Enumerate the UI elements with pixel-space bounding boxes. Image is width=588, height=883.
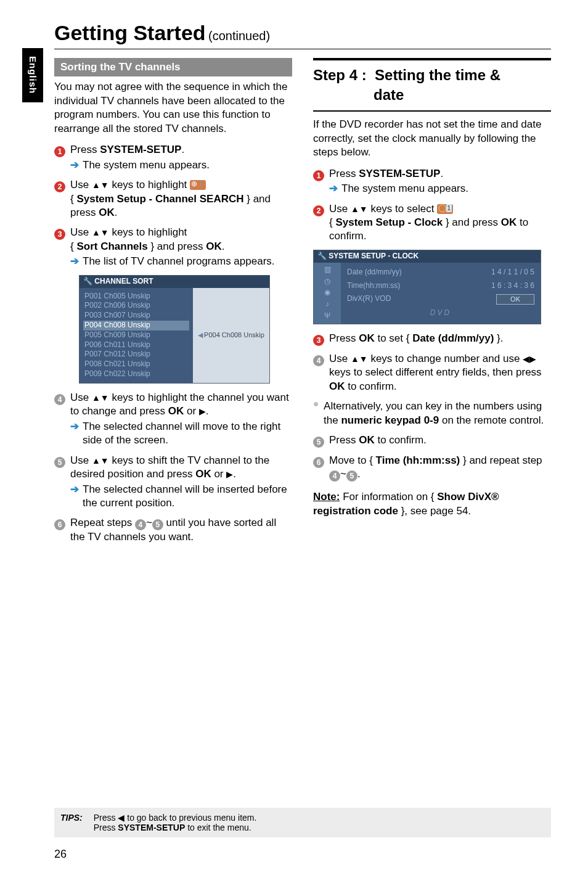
text: Use [70, 454, 92, 466]
text: to confirm. [375, 434, 427, 446]
text: } and repeat step [460, 454, 542, 466]
text: Press [329, 434, 359, 446]
osd-row: P002 Ch006 Unskip [83, 301, 189, 311]
ref-step-4-icon: 4 [329, 470, 340, 482]
text: Use [70, 226, 92, 238]
osd-tab-audio-icon: ♪ [325, 300, 329, 310]
result-text: The selected channel will be inserted be… [83, 483, 292, 511]
left-column: Sorting the TV channels You may not agre… [54, 58, 292, 551]
step-number-3-icon: 3 [313, 335, 324, 346]
osd-ok-button: OK [496, 294, 534, 305]
result-arrow-icon: ➔ [70, 420, 79, 448]
field-label: Date (dd/mm/yy) [347, 268, 402, 277]
r-step-1: 1 Press SYSTEM-SETUP. ➔The system menu a… [313, 167, 551, 196]
osd-row-selected: P004 Ch008 Unskip [83, 321, 189, 331]
result-arrow-icon: ➔ [70, 255, 79, 268]
step-number-6-icon: 6 [313, 457, 324, 468]
step-3: 3 Use ▲▼ keys to highlight { Sort Channe… [54, 226, 292, 268]
step-number-3-icon: 3 [54, 229, 65, 240]
ok-label: OK [359, 332, 375, 344]
field-value: 1 6 : 3 4 : 3 6 [491, 281, 534, 291]
result-arrow-icon: ➔ [70, 483, 79, 511]
step-number-5-icon: 5 [313, 437, 324, 448]
r-step-4: 4 Use ▲▼ keys to change number and use ◀… [313, 352, 551, 393]
text: on the remote control. [439, 414, 544, 426]
text: keys to select [368, 203, 437, 215]
result-text: The list of TV channel programs appears. [83, 255, 275, 268]
step-number-2-icon: 2 [313, 205, 324, 216]
step-number-1-icon: 1 [313, 170, 324, 181]
text: ~ [146, 517, 152, 528]
r-step-5: 5 Press OK to confirm. [313, 433, 551, 448]
right-column: Step 4 : Setting the time & date If the … [313, 58, 551, 551]
note-label: Note: [313, 491, 340, 503]
text: For information on { [340, 491, 437, 503]
ref-step-5-icon: 5 [152, 519, 163, 530]
text: Press [94, 823, 118, 832]
alternative-note: • Alternatively, you can key in the numb… [313, 400, 551, 427]
field-name: Date (dd/mm/yy) [412, 332, 494, 344]
osd-row: P001 Ch005 Unskip [83, 292, 189, 302]
osd-tab-clock-icon: ◷ [324, 277, 330, 287]
result-arrow-icon: ➔ [70, 158, 79, 172]
right-key-icon: ▶ [199, 407, 206, 416]
text: keys to highlight [109, 179, 190, 191]
step-4: 4 Use ▲▼ keys to highlight the channel y… [54, 391, 292, 448]
step4-heading: Step 4 : Setting the time & date [313, 58, 551, 112]
text: Press [329, 332, 359, 344]
bullet-icon: • [313, 400, 319, 427]
text: }. [494, 332, 503, 344]
osd-row: P003 Ch007 Unskip [83, 311, 189, 321]
up-down-keys-icon: ▲▼ [351, 205, 368, 213]
up-down-keys-icon: ▲▼ [351, 355, 368, 363]
text: to go back to previous menu item. [125, 813, 256, 823]
result-text: The system menu appears. [83, 158, 210, 172]
step4-title-line2: date [374, 85, 551, 105]
osd-channel-sort: 🔧 CHANNEL SORT P001 Ch005 Unskip P002 Ch… [79, 275, 270, 384]
text: }, see page 54. [398, 505, 471, 517]
text: keys to highlight [109, 226, 187, 238]
tips-box: TIPS: Press ◀ to go back to previous men… [54, 808, 551, 837]
menu-path: System Setup - Channel SEARCH [76, 193, 243, 205]
osd-tab-tuner-icon: ▥ [324, 265, 331, 275]
text: { [70, 193, 76, 205]
osd-row: P007 Ch012 Unskip [83, 350, 189, 359]
up-down-keys-icon: ▲▼ [92, 456, 109, 465]
intro-text: You may not agree with the sequence in w… [54, 80, 292, 136]
menu-item: Sort Channels [76, 240, 147, 252]
tips-label: TIPS: [60, 813, 83, 823]
osd-fields: Date (dd/mm/yy)1 4 / 1 1 / 0 5 Time(hh:m… [341, 263, 541, 324]
left-key-icon: ◀ [118, 813, 125, 822]
ref-step-4-icon: 4 [135, 519, 146, 530]
field-label: Time(hh:mm:ss) [347, 281, 400, 291]
intro-text: If the DVD recorder has not set the time… [313, 118, 551, 159]
system-setup-label: SYSTEM-SETUP [100, 144, 181, 155]
text: ~ [340, 468, 346, 480]
text: or [211, 468, 227, 480]
text: . [115, 207, 118, 218]
page-title-row: Getting Started (continued) [54, 21, 551, 49]
text: } and press [443, 216, 501, 228]
text: { [70, 240, 76, 252]
text: Move to { [329, 454, 376, 466]
osd-icon-bar: ▥ ◷ ◉ ♪ Ψ [314, 263, 341, 324]
osd-title-text: CHANNEL SORT [94, 277, 153, 285]
text: Use [329, 353, 351, 364]
osd-channel-list: P001 Ch005 Unskip P002 Ch006 Unskip P003… [80, 288, 193, 383]
text: to confirm. [345, 380, 397, 392]
step-number-1-icon: 1 [54, 146, 65, 157]
left-right-keys-icon: ◀▶ [523, 355, 536, 363]
field-name: Time (hh:mm:ss) [376, 454, 460, 466]
text: . [440, 168, 443, 179]
osd-row: P005 Ch009 Unskip [83, 331, 189, 340]
result-text: The system menu appears. [341, 182, 468, 195]
menu-path: System Setup - Clock [335, 216, 443, 228]
antenna-icon [190, 180, 206, 190]
up-down-keys-icon: ▲▼ [92, 181, 109, 189]
step-number-4-icon: 4 [313, 355, 324, 366]
text: keys to change number and use [368, 353, 523, 364]
step-2: 2 Use ▲▼ keys to highlight { System Setu… [54, 178, 292, 220]
r-step-3: 3 Press OK to set { Date (dd/mm/yy) }. [313, 332, 551, 346]
text: to set { [375, 332, 412, 344]
osd-row: P006 Ch011 Unskip [83, 340, 189, 350]
